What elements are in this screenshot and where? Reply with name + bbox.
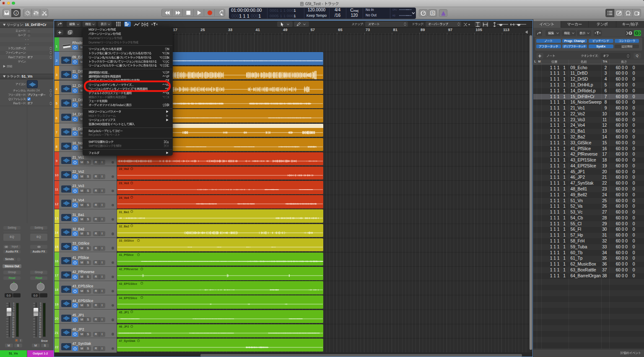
svg-text:9: 9	[40, 310, 41, 312]
svg-text:S: S	[431, 11, 434, 15]
svg-text:18: 18	[39, 317, 42, 319]
svg-text:6: 6	[13, 307, 14, 309]
svg-text:40: 40	[12, 329, 15, 331]
svg-text:24: 24	[39, 322, 42, 324]
svg-text:i: i	[16, 10, 17, 15]
svg-text:15: 15	[39, 314, 42, 316]
svg-text:45: 45	[12, 331, 15, 334]
svg-text:18: 18	[12, 317, 15, 319]
svg-text:35: 35	[12, 326, 15, 328]
svg-text:24: 24	[12, 322, 15, 324]
svg-text:15: 15	[12, 314, 15, 316]
svg-text:6: 6	[40, 307, 41, 309]
svg-text:21: 21	[12, 319, 15, 321]
svg-text:9: 9	[13, 310, 14, 312]
svg-text:45: 45	[39, 331, 42, 334]
svg-text:3: 3	[13, 305, 14, 307]
svg-text:50: 50	[39, 334, 42, 336]
svg-text:0: 0	[13, 302, 14, 305]
svg-text:12: 12	[39, 312, 42, 314]
svg-text:30: 30	[39, 324, 42, 326]
svg-text:50: 50	[12, 334, 15, 336]
svg-text:60: 60	[12, 336, 15, 338]
svg-text:0: 0	[40, 302, 41, 305]
svg-text:3: 3	[40, 305, 41, 307]
svg-text:12: 12	[12, 312, 15, 314]
svg-text:21: 21	[39, 319, 42, 321]
svg-text:40: 40	[39, 329, 42, 331]
svg-text:30: 30	[12, 324, 15, 326]
svg-text:60: 60	[39, 336, 42, 338]
svg-text:35: 35	[39, 326, 42, 328]
